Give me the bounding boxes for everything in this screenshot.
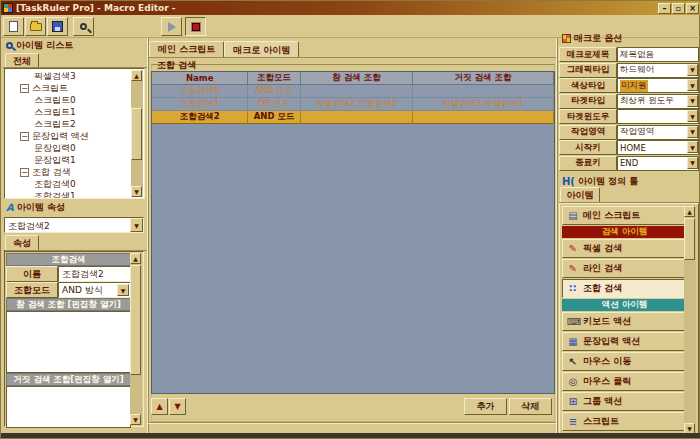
table-cell: 픽셀검색2,조합검색2 bbox=[301, 98, 414, 111]
property-value[interactable]: 조합검색2 bbox=[58, 266, 131, 282]
tree-scroll-down-icon[interactable]: ▼ bbox=[131, 186, 142, 197]
tree-item-픽셀검색3[interactable]: 픽셀검색3 bbox=[6, 70, 131, 82]
search-button[interactable] bbox=[73, 17, 94, 36]
combo-search-table[interactable]: Name조합모드참 검색 조합거짓 검색 조합 조합검색0AND 모드조합검색1… bbox=[151, 71, 555, 394]
option-value-작업영역[interactable]: 작업영역▼ bbox=[617, 125, 699, 140]
tool-button-문장입력 액션[interactable]: ▦문장입력 액션 bbox=[562, 332, 687, 351]
tool-button-메인 스크립트[interactable]: ▤메인 스크립트 bbox=[562, 206, 687, 225]
tool-button-label: 조합 검색 bbox=[583, 282, 622, 295]
item-tree[interactable]: 픽셀검색3−스크립트스크립트0스크립트1스크립트2−문장입력 액션문장입력0문장… bbox=[4, 68, 145, 199]
option-dropdown-arrow-icon[interactable]: ▼ bbox=[687, 110, 698, 122]
close-button[interactable]: × bbox=[686, 3, 699, 14]
option-dropdown-arrow-icon[interactable]: ▼ bbox=[687, 79, 698, 91]
play-macro-button[interactable] bbox=[161, 17, 182, 36]
option-dropdown-arrow-icon[interactable]: ▼ bbox=[687, 157, 698, 169]
tree-item-스크립트2[interactable]: 스크립트2 bbox=[6, 118, 131, 130]
false-search-combo-header[interactable]: 거짓 검색 조합[편집창 열기] bbox=[6, 373, 131, 386]
property-grid-rows: 이름조합검색2조합모드AND 방식▼ bbox=[6, 266, 131, 298]
new-document-button[interactable] bbox=[3, 17, 24, 36]
minimize-button[interactable]: – bbox=[658, 3, 671, 14]
option-row-시작키: 시작키HOME▼ bbox=[559, 140, 699, 155]
tool-button-픽셀 검색[interactable]: ✎픽셀 검색 bbox=[562, 239, 687, 258]
tree-scroll-thumb[interactable] bbox=[131, 108, 142, 160]
tree-item-label: 조합검색1 bbox=[34, 190, 76, 200]
maximize-button[interactable]: ▫ bbox=[672, 3, 685, 14]
tab-all[interactable]: 전체 bbox=[5, 53, 39, 68]
property-value[interactable]: AND 방식▼ bbox=[58, 282, 131, 298]
tools-scroll-up-icon[interactable]: ▲ bbox=[684, 206, 695, 217]
option-value-그래픽타입[interactable]: 하드웨어▼ bbox=[617, 63, 699, 78]
true-search-combo-header[interactable]: 참 검색 조합 [편집창 열기] bbox=[6, 298, 131, 311]
tab-macro-item[interactable]: 매크로 아이템 bbox=[224, 41, 299, 58]
tree-item-스크립트1[interactable]: 스크립트1 bbox=[6, 106, 131, 118]
false-search-combo-box[interactable] bbox=[6, 386, 131, 428]
column-header-조합모드[interactable]: 조합모드 bbox=[248, 72, 300, 85]
property-scroll-thumb[interactable] bbox=[130, 265, 141, 375]
save-button[interactable] bbox=[47, 17, 68, 36]
tree-scroll-up-icon[interactable]: ▲ bbox=[131, 70, 142, 81]
titlebar[interactable]: [TaskRuler Pro] - Macro Editor - – ▫ × bbox=[1, 1, 700, 15]
add-button[interactable]: 추가 bbox=[464, 398, 507, 415]
column-header-Name[interactable]: Name bbox=[152, 72, 248, 85]
collapse-icon[interactable]: − bbox=[20, 168, 29, 177]
record-macro-button[interactable] bbox=[185, 17, 206, 36]
tool-button-키보드 액션[interactable]: ⌨키보드 액션 bbox=[562, 312, 687, 331]
tool-button-마우스 이동[interactable]: ↖마우스 이동 bbox=[562, 352, 687, 371]
script-list-icon: ≡ bbox=[567, 416, 579, 427]
option-value-종료키[interactable]: END▼ bbox=[617, 156, 699, 171]
table-empty-area[interactable] bbox=[152, 124, 554, 393]
property-scroll-up-icon[interactable]: ▲ bbox=[130, 253, 141, 264]
column-header-거짓 검색 조합[interactable]: 거짓 검색 조합 bbox=[413, 72, 554, 85]
table-header-row[interactable]: Name조합모드참 검색 조합거짓 검색 조합 bbox=[152, 72, 554, 85]
option-dropdown-arrow-icon[interactable]: ▼ bbox=[687, 126, 698, 138]
open-file-button[interactable] bbox=[25, 17, 46, 36]
tab-main-script[interactable]: 메인 스크립트 bbox=[149, 41, 224, 57]
tree-item-조합 검색[interactable]: −조합 검색 bbox=[6, 166, 131, 178]
tree-item-스크립트[interactable]: −스크립트 bbox=[6, 82, 131, 94]
selected-item-dropdown[interactable]: 조합검색2 ▼ bbox=[4, 217, 144, 233]
delete-button[interactable]: 삭제 bbox=[509, 398, 552, 415]
tools-scroll-thumb[interactable] bbox=[684, 218, 695, 260]
option-value-색상타입[interactable]: 미지원▼ bbox=[617, 78, 699, 93]
tree-item-스크립트0[interactable]: 스크립트0 bbox=[6, 94, 131, 106]
column-header-참 검색 조합[interactable]: 참 검색 조합 bbox=[301, 72, 414, 85]
table-row[interactable]: 조합검색1OR 모드픽셀검색2,조합검색2픽셀검색3,픽셀검색1 bbox=[152, 98, 554, 111]
tab-item[interactable]: 아이템 bbox=[560, 187, 600, 202]
true-search-combo-box[interactable] bbox=[6, 311, 131, 373]
option-dropdown-arrow-icon[interactable]: ▼ bbox=[687, 95, 698, 107]
option-dropdown-arrow-icon[interactable]: ▼ bbox=[687, 141, 698, 153]
tool-button-라인 검색[interactable]: ✎라인 검색 bbox=[562, 259, 687, 278]
table-row[interactable]: 조합검색0AND 모드 bbox=[152, 85, 554, 98]
option-value-타겟윈도우[interactable]: ▼ bbox=[617, 109, 699, 124]
tree-item-문장입력1[interactable]: 문장입력1 bbox=[6, 154, 131, 166]
tab-properties[interactable]: 속성 bbox=[5, 235, 39, 250]
tree-item-조합검색1[interactable]: 조합검색1 bbox=[6, 190, 131, 199]
window-title: [TaskRuler Pro] - Macro Editor - bbox=[16, 3, 657, 13]
selected-item-dropdown-arrow-icon[interactable]: ▼ bbox=[130, 218, 143, 232]
property-dropdown-arrow-icon[interactable]: ▼ bbox=[117, 284, 129, 296]
typewriter-icon: ▦ bbox=[567, 336, 579, 347]
tool-button-label: 메인 스크립트 bbox=[583, 209, 640, 222]
property-grid-scrollbar[interactable]: ▲ ▼ bbox=[130, 253, 142, 425]
option-value-text: 하드웨어 bbox=[620, 64, 654, 76]
tool-button-label: 마우스 이동 bbox=[583, 355, 631, 368]
tree-item-문장입력0[interactable]: 문장입력0 bbox=[6, 142, 131, 154]
move-down-button[interactable]: ▼ bbox=[169, 398, 186, 415]
tree-item-문장입력 액션[interactable]: −문장입력 액션 bbox=[6, 130, 131, 142]
collapse-icon[interactable]: − bbox=[20, 132, 29, 141]
table-row[interactable]: 조합검색2AND 모드 bbox=[152, 111, 554, 124]
option-dropdown-arrow-icon[interactable]: ▼ bbox=[687, 64, 698, 76]
option-value-시작키[interactable]: HOME▼ bbox=[617, 140, 699, 155]
tool-button-마우스 클릭[interactable]: ◎마우스 클릭 bbox=[562, 372, 687, 391]
option-value-타겟타입[interactable]: 최상위 윈도우▼ bbox=[617, 94, 699, 109]
property-scroll-down-icon[interactable]: ▼ bbox=[130, 414, 141, 425]
option-value-매크로제목[interactable]: 제목없음 bbox=[617, 47, 699, 62]
move-up-button[interactable]: ▲ bbox=[151, 398, 168, 415]
tool-button-조합 검색[interactable]: ∷조합 검색 bbox=[562, 279, 687, 298]
collapse-icon[interactable]: − bbox=[20, 84, 29, 93]
tree-scrollbar[interactable]: ▲ ▼ bbox=[131, 70, 143, 197]
tool-button-스크립트[interactable]: ≡스크립트 bbox=[562, 412, 687, 431]
tree-item-조합검색0[interactable]: 조합검색0 bbox=[6, 178, 131, 190]
tool-button-그룹 액션[interactable]: ⊞그룹 액션 bbox=[562, 392, 687, 411]
tools-scrollbar[interactable]: ▲ ▼ bbox=[684, 206, 696, 434]
